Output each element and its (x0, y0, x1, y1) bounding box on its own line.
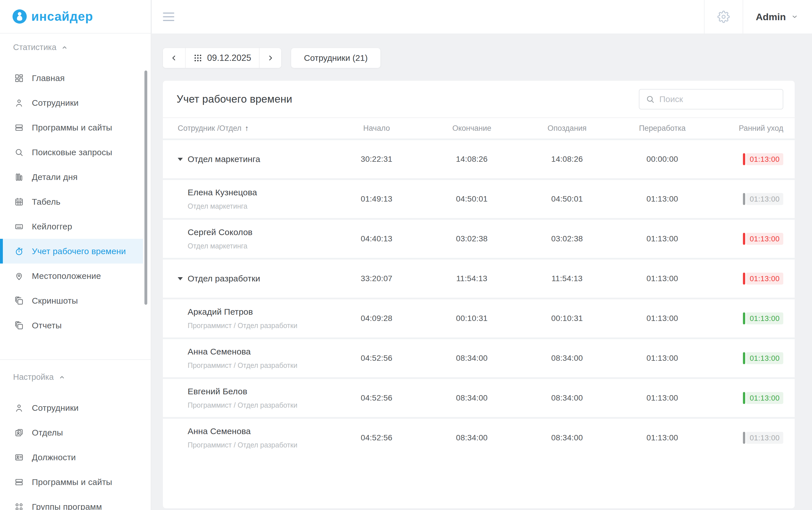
sidebar-item[interactable]: Программы и сайты (0, 470, 143, 494)
sidebar-item-label: Местоположение (32, 271, 101, 281)
sidebar-item[interactable]: Отчеты (0, 313, 143, 338)
admin-user-menu[interactable]: Admin (743, 11, 812, 23)
badge-status-bar (743, 312, 745, 324)
column-header-late[interactable]: Опоздания (519, 124, 615, 133)
sidebar-item-label: Должности (32, 453, 76, 462)
stopwatch-icon (14, 246, 24, 256)
logo[interactable]: инсайдер (0, 0, 151, 34)
sidebar-item[interactable]: Детали дня (0, 164, 143, 189)
sidebar-item[interactable]: Главная (0, 66, 143, 90)
badge-value: 01:13:00 (746, 312, 783, 324)
cell-start: 04:52:56 (329, 354, 424, 363)
employees-count-button[interactable]: Сотрудники (21) (291, 48, 380, 68)
layers-icon (14, 296, 24, 306)
early-leave-badge: 01:13:00 (743, 233, 783, 245)
sidebar-item[interactable]: Местоположение (0, 264, 143, 288)
sidebar-item[interactable]: Программы и сайты (0, 115, 143, 140)
chevron-right-icon (267, 54, 274, 62)
search-box[interactable] (639, 89, 783, 110)
collapse-triangle-icon[interactable] (178, 158, 183, 161)
menu-toggle-button[interactable] (163, 12, 174, 21)
cell-start: 04:09:28 (329, 314, 424, 323)
cell-overtime: 01:13:00 (615, 433, 710, 442)
sidebar-item-label: Табель (32, 197, 61, 207)
early-leave-badge: 01:13:00 (743, 273, 783, 284)
badge-status-bar (743, 153, 745, 165)
column-header-end[interactable]: Окончание (424, 124, 519, 133)
sidebar-scrollbar[interactable] (144, 70, 147, 305)
cell-late: 08:34:00 (519, 433, 615, 442)
layers-icon (14, 321, 24, 330)
chevron-down-icon (791, 13, 799, 21)
table-row[interactable]: Отдел маркетинга 30:22:31 14:08:26 14:08… (163, 139, 795, 178)
sidebar-menu-settings: Сотрудники Отделы Должности Программы и … (0, 395, 151, 510)
section-header-statistics[interactable]: Статистика (13, 43, 138, 52)
row-subtitle: Программист / Отдел разработки (187, 401, 297, 409)
sidebar-item[interactable]: Сотрудники (0, 395, 143, 420)
sidebar-item[interactable]: Сотрудники (0, 90, 143, 115)
cell-start: 30:22:31 (329, 155, 424, 164)
settings-gear-button[interactable] (704, 0, 743, 34)
column-header-early-leave[interactable]: Ранний уход (710, 124, 795, 133)
table-row[interactable]: Елена Кузнецова Отдел маркетинга 01:49:1… (163, 178, 795, 218)
table-row[interactable]: Аркадий Петров Программист / Отдел разра… (163, 298, 795, 337)
cell-start: 33:20:07 (329, 274, 424, 283)
cell-start: 01:49:13 (329, 194, 424, 204)
date-picker-button[interactable]: 09.12.2025 (185, 48, 260, 68)
cell-start: 04:52:56 (329, 433, 424, 442)
topbar: Admin (152, 0, 812, 34)
table-row[interactable]: Отдел разработки 33:20:07 11:54:13 11:54… (163, 258, 795, 298)
badge-value: 01:13:00 (746, 193, 783, 205)
row-subtitle: Программист / Отдел разработки (187, 441, 297, 449)
table-row[interactable]: Анна Семенова Программист / Отдел разраб… (163, 417, 795, 457)
table-row[interactable]: Анна Семенова Программист / Отдел разраб… (163, 337, 795, 377)
collapse-triangle-icon[interactable] (178, 277, 183, 280)
cell-end: 03:02:38 (424, 234, 519, 243)
section-label: Статистика (13, 43, 56, 52)
gear-icon (717, 10, 730, 23)
sidebar: инсайдер Статистика Главная Сотрудники П… (0, 0, 151, 510)
sidebar-item[interactable]: Поисковые запросы (0, 140, 143, 164)
sidebar-item[interactable]: Учет рабочего времени (0, 239, 143, 264)
user-icon (14, 403, 24, 413)
sidebar-item[interactable]: Отделы (0, 420, 143, 445)
sidebar-item-label: Кейлоггер (32, 222, 72, 232)
badge-status-bar (743, 193, 745, 205)
table-row[interactable]: Евгений Белов Программист / Отдел разраб… (163, 377, 795, 417)
sidebar-item[interactable]: Кейлоггер (0, 214, 143, 239)
rows-icon (14, 477, 24, 487)
table-body: Отдел маркетинга 30:22:31 14:08:26 14:08… (163, 139, 795, 457)
pin-icon (14, 271, 24, 281)
date-next-button[interactable] (260, 48, 281, 68)
sidebar-divider (0, 359, 151, 360)
sidebar-item[interactable]: Скриншоты (0, 288, 143, 313)
date-prev-button[interactable] (163, 48, 185, 68)
search-icon (14, 148, 24, 157)
column-header-employee[interactable]: Сотрудник /Отдел (178, 124, 241, 133)
early-leave-badge: 01:13:00 (743, 312, 783, 324)
sidebar-item[interactable]: Табель (0, 189, 143, 214)
sidebar-item[interactable]: Группы программ (0, 494, 143, 510)
sort-ascending-icon[interactable]: ↑ (245, 124, 249, 133)
sidebar-item[interactable]: Должности (0, 445, 143, 470)
section-header-settings[interactable]: Настройка (13, 372, 138, 382)
table-row[interactable]: Сергей Соколов Отдел маркетинга 04:40:13… (163, 218, 795, 258)
cell-late: 08:34:00 (519, 354, 615, 363)
column-header-start[interactable]: Начало (329, 124, 424, 133)
departments-icon (14, 428, 24, 438)
early-leave-badge: 01:13:00 (743, 352, 783, 364)
column-header-overtime[interactable]: Переработка (615, 124, 710, 133)
sidebar-item-label: Отделы (32, 428, 63, 438)
badge-status-bar (743, 432, 745, 444)
cell-late: 04:50:01 (519, 194, 615, 204)
cell-end: 08:34:00 (424, 354, 519, 363)
admin-label: Admin (756, 11, 786, 23)
search-input[interactable] (659, 94, 777, 104)
sidebar-item-label: Главная (32, 73, 65, 83)
calendar-icon (14, 197, 24, 207)
cell-overtime: 01:13:00 (615, 274, 710, 283)
row-subtitle: Программист / Отдел разработки (187, 322, 297, 330)
main-content: 09.12.2025 Сотрудники (21) Учет рабочего… (152, 34, 812, 510)
row-name: Отдел разработки (187, 274, 260, 283)
cell-end: 08:34:00 (424, 433, 519, 442)
